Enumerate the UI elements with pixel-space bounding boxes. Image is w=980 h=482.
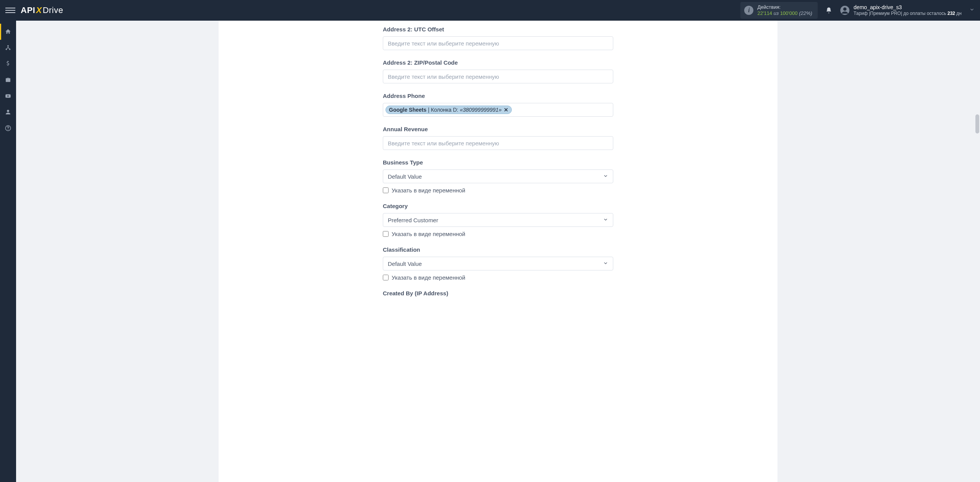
select-business-type[interactable]: Default Value bbox=[383, 169, 613, 183]
nav-connections-icon[interactable] bbox=[0, 40, 16, 56]
actions-count: 22'114 bbox=[757, 10, 772, 16]
actions-percent: (22%) bbox=[799, 10, 812, 16]
checkbox-category-variable[interactable]: Указать в виде переменной bbox=[383, 231, 613, 237]
svg-point-7 bbox=[7, 110, 9, 112]
checkbox-input[interactable] bbox=[383, 275, 389, 280]
select-category[interactable]: Preferred Customer bbox=[383, 213, 613, 227]
checkbox-input[interactable] bbox=[383, 187, 389, 193]
checkbox-label: Указать в виде переменной bbox=[392, 187, 466, 194]
chevron-down-icon bbox=[603, 173, 608, 180]
main-content-area: Address 2: UTC Offset Address 2: ZIP/Pos… bbox=[16, 21, 980, 482]
user-avatar-icon[interactable] bbox=[840, 5, 850, 15]
checkbox-classification-variable[interactable]: Указать в виде переменной bbox=[383, 274, 613, 281]
svg-point-1 bbox=[843, 7, 846, 11]
select-classification-value: Default Value bbox=[388, 261, 422, 267]
select-classification[interactable]: Default Value bbox=[383, 257, 613, 270]
svg-point-2 bbox=[7, 45, 9, 47]
checkbox-business-type-variable[interactable]: Указать в виде переменной bbox=[383, 187, 613, 194]
logo-text-x: X bbox=[36, 5, 42, 15]
label-addr2-utc-offset: Address 2: UTC Offset bbox=[383, 26, 613, 33]
nav-briefcase-icon[interactable] bbox=[0, 72, 16, 88]
checkbox-label: Указать в виде переменной bbox=[392, 231, 466, 237]
chip-address-phone[interactable]: Google Sheets | Колонка D: «380999999991… bbox=[385, 106, 512, 114]
input-addr2-utc-offset[interactable] bbox=[383, 36, 613, 50]
user-tariff: Тариф |Премиум PRO| до оплаты осталось 2… bbox=[854, 11, 962, 16]
label-classification: Classification bbox=[383, 246, 613, 253]
app-logo[interactable]: API X Drive bbox=[21, 5, 63, 15]
chip-value: «380999999991» bbox=[460, 107, 501, 113]
select-category-value: Preferred Customer bbox=[388, 217, 438, 223]
chip-source: Google Sheets bbox=[389, 107, 426, 113]
input-annual-revenue[interactable] bbox=[383, 136, 613, 150]
label-address-phone: Address Phone bbox=[383, 93, 613, 99]
select-business-type-value: Default Value bbox=[388, 173, 422, 180]
chip-remove-icon[interactable]: ✕ bbox=[504, 107, 508, 113]
checkbox-input[interactable] bbox=[383, 231, 389, 237]
label-created-by-ip: Created By (IP Address) bbox=[383, 290, 613, 296]
checkbox-label: Указать в виде переменной bbox=[392, 274, 466, 281]
user-name: demo_apix-drive_s3 bbox=[854, 4, 962, 11]
actions-quota-box[interactable]: i Действия: 22'114 из 100'000 (22%) bbox=[740, 2, 817, 18]
chevron-down-icon bbox=[603, 217, 608, 223]
input-address-phone[interactable]: Google Sheets | Колонка D: «380999999991… bbox=[383, 103, 613, 117]
nav-billing-icon[interactable] bbox=[0, 56, 16, 72]
logo-text-api: API bbox=[21, 5, 35, 15]
user-menu-chevron-icon[interactable] bbox=[969, 7, 975, 14]
top-bar: API X Drive i Действия: 22'114 из 100'00… bbox=[0, 0, 980, 21]
logo-text-drive: Drive bbox=[42, 5, 63, 15]
hamburger-menu-button[interactable] bbox=[5, 5, 15, 15]
chevron-down-icon bbox=[603, 261, 608, 267]
scrollbar-thumb[interactable] bbox=[975, 114, 979, 134]
label-category: Category bbox=[383, 203, 613, 209]
svg-point-9 bbox=[8, 129, 8, 130]
actions-of: из bbox=[774, 10, 779, 16]
label-annual-revenue: Annual Revenue bbox=[383, 126, 613, 132]
actions-total: 100'000 bbox=[780, 10, 798, 16]
label-business-type: Business Type bbox=[383, 159, 613, 166]
user-info-block[interactable]: demo_apix-drive_s3 Тариф |Премиум PRO| д… bbox=[854, 4, 962, 16]
actions-quota-text: Действия: 22'114 из 100'000 (22%) bbox=[757, 4, 812, 16]
nav-account-icon[interactable] bbox=[0, 104, 16, 120]
chip-sep: | Колонка D: bbox=[428, 107, 458, 113]
actions-label: Действия: bbox=[757, 4, 812, 10]
label-addr2-zip: Address 2: ZIP/Postal Code bbox=[383, 59, 613, 66]
input-addr2-zip[interactable] bbox=[383, 70, 613, 83]
scrollbar-track[interactable] bbox=[975, 21, 979, 482]
form-card: Address 2: UTC Offset Address 2: ZIP/Pos… bbox=[219, 21, 777, 482]
nav-home-icon[interactable] bbox=[0, 24, 16, 40]
notifications-button[interactable] bbox=[825, 7, 832, 14]
info-icon: i bbox=[744, 6, 753, 15]
nav-video-icon[interactable] bbox=[0, 88, 16, 104]
side-nav bbox=[0, 21, 16, 482]
nav-help-icon[interactable] bbox=[0, 120, 16, 136]
